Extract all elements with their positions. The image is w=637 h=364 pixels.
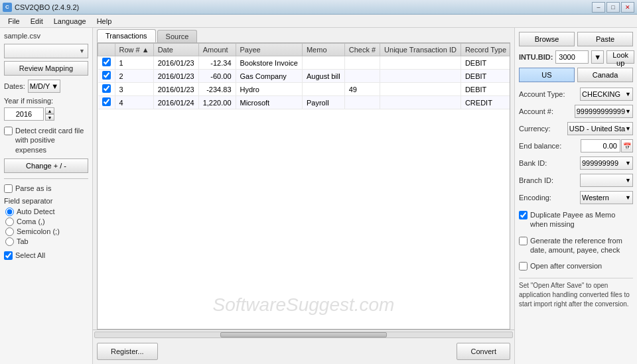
row-check xyxy=(344,56,380,70)
lookup-button[interactable]: Look up xyxy=(606,50,634,64)
row-memo: August bill xyxy=(302,70,344,83)
col-memo[interactable]: Memo xyxy=(302,44,344,56)
col-checkbox xyxy=(98,44,115,56)
dup-payee-checkbox[interactable] xyxy=(519,211,528,219)
info-text: Set "Open After Save" to open applicatio… xyxy=(519,278,633,309)
menu-file[interactable]: File xyxy=(3,16,25,27)
open-after-row: Open after conversion xyxy=(519,261,633,271)
row-checkbox[interactable] xyxy=(102,84,111,93)
dates-dropdown[interactable]: M/D/Y ▼ xyxy=(28,80,60,93)
semicolon-radio[interactable] xyxy=(5,227,14,236)
coma-label: Coma (,) xyxy=(17,217,45,225)
canada-button[interactable]: Canada xyxy=(577,68,633,82)
convert-button[interactable]: Convert xyxy=(457,343,510,360)
account-type-dropdown[interactable]: CHECKING ▼ xyxy=(580,88,633,101)
open-after-label: Open after conversion xyxy=(530,261,602,271)
maximize-button[interactable]: □ xyxy=(606,2,620,13)
horizontal-scrollbar[interactable] xyxy=(93,330,514,339)
dates-label: Dates: xyxy=(4,82,25,90)
branch-id-dropdown[interactable]: ▼ xyxy=(580,174,633,187)
open-after-checkbox[interactable] xyxy=(519,262,528,271)
parse-row: Parse as is xyxy=(4,184,88,193)
semicolon-label: Semicolon (;) xyxy=(17,227,60,235)
row-checkbox[interactable] xyxy=(102,71,111,80)
currency-dropdown[interactable]: USD - United Sta ▼ xyxy=(567,122,633,135)
dropdown-arrow-icon: ▼ xyxy=(79,48,85,54)
intu-bid-dropdown[interactable]: ▼ xyxy=(591,50,604,64)
scrollbar-track[interactable] xyxy=(94,332,513,338)
row-record-type: DEBIT xyxy=(460,56,510,70)
bank-id-arrow-icon: ▼ xyxy=(625,160,631,166)
browse-paste-row: Browse Paste xyxy=(519,32,633,46)
window-controls: – □ ✕ xyxy=(592,2,634,13)
bank-id-dropdown[interactable]: 999999999 ▼ xyxy=(580,156,633,170)
year-down-button[interactable]: ▼ xyxy=(45,114,54,121)
us-button[interactable]: US xyxy=(519,68,575,82)
menu-edit[interactable]: Edit xyxy=(25,16,48,27)
row-date: 2016/01/23 xyxy=(153,56,198,70)
end-balance-label: End balance: xyxy=(519,142,561,150)
encoding-label: Encoding: xyxy=(519,194,551,202)
row-record-type: DEBIT xyxy=(460,83,510,96)
row-checkbox[interactable] xyxy=(102,97,111,106)
year-spinner: ▲ ▼ xyxy=(45,107,54,121)
minimize-button[interactable]: – xyxy=(592,2,605,13)
account-num-dropdown[interactable]: 999999999999 ▼ xyxy=(575,105,633,118)
table-row: 1 2016/01/23 -12.34 Bookstore Invoice DE… xyxy=(98,56,511,70)
intu-bid-input[interactable] xyxy=(555,50,589,64)
scrollbar-thumb[interactable] xyxy=(220,332,388,337)
table-row: 4 2016/01/24 1,220.00 Microsoft Payroll … xyxy=(98,96,511,109)
account-num-arrow-icon: ▼ xyxy=(625,108,631,115)
year-input[interactable] xyxy=(4,107,44,121)
col-date[interactable]: Date xyxy=(153,44,198,56)
auto-detect-label: Auto Detect xyxy=(17,208,54,215)
paste-button[interactable]: Paste xyxy=(577,32,633,46)
row-payee: Gas Company xyxy=(236,70,302,83)
year-up-button[interactable]: ▲ xyxy=(45,107,54,114)
close-button[interactable]: ✕ xyxy=(621,2,634,13)
window-title: CSV2QBO (2.4.9.2) xyxy=(15,3,592,11)
calendar-icon-button[interactable]: 📅 xyxy=(621,139,633,152)
file-dropdown[interactable]: ▼ xyxy=(4,44,88,58)
bank-id-value: 999999999 xyxy=(582,159,618,167)
tab-transactions[interactable]: Transactions xyxy=(97,29,156,42)
parse-checkbox[interactable] xyxy=(4,184,13,193)
coma-row: Coma (,) xyxy=(5,217,88,226)
col-check[interactable]: Check # xyxy=(344,44,380,56)
browse-button[interactable]: Browse xyxy=(519,32,575,46)
row-date: 2016/01/23 xyxy=(153,70,198,83)
detect-credit-checkbox[interactable] xyxy=(4,127,13,135)
tab-row: Tab xyxy=(5,237,88,246)
col-row[interactable]: Row # ▲ xyxy=(115,44,153,56)
tab-radio[interactable] xyxy=(5,237,14,246)
dates-dropdown-arrow-icon: ▼ xyxy=(51,82,58,90)
end-balance-input[interactable] xyxy=(581,139,620,152)
table-header-row: Row # ▲ Date Amount Payee Memo Check # U… xyxy=(98,44,511,56)
encoding-dropdown[interactable]: Western ▼ xyxy=(580,191,633,204)
select-all-checkbox[interactable] xyxy=(4,251,13,260)
menu-help[interactable]: Help xyxy=(92,16,117,27)
menu-language[interactable]: Language xyxy=(48,16,92,27)
intu-bid-label: INTU.BID: xyxy=(519,53,553,61)
gen-ref-checkbox[interactable] xyxy=(519,237,528,245)
auto-detect-radio[interactable] xyxy=(5,208,14,216)
change-button[interactable]: Change + / - xyxy=(4,158,88,173)
tab-label: Tab xyxy=(17,237,29,245)
col-amount[interactable]: Amount xyxy=(198,44,236,56)
account-num-label: Account #: xyxy=(519,107,553,115)
left-panel: sample.csv ▼ Review Mapping Dates: M/D/Y… xyxy=(0,28,93,364)
country-row: US Canada xyxy=(519,68,633,82)
transactions-table: Row # ▲ Date Amount Payee Memo Check # U… xyxy=(98,43,510,109)
col-payee[interactable]: Payee xyxy=(236,44,302,56)
col-record-type[interactable]: Record Type xyxy=(460,44,510,56)
row-checkbox[interactable] xyxy=(102,58,111,66)
main-layout: sample.csv ▼ Review Mapping Dates: M/D/Y… xyxy=(0,28,637,364)
account-num-row: Account #: 999999999999 ▼ xyxy=(519,105,633,118)
row-num: 1 xyxy=(115,56,153,70)
review-mapping-button[interactable]: Review Mapping xyxy=(4,61,88,76)
col-utid[interactable]: Unique Transaction ID xyxy=(380,44,461,56)
intu-dropdown-arrow-icon: ▼ xyxy=(594,53,601,61)
tab-source[interactable]: Source xyxy=(157,30,198,42)
register-button[interactable]: Register... xyxy=(97,343,158,360)
coma-radio[interactable] xyxy=(5,217,14,226)
